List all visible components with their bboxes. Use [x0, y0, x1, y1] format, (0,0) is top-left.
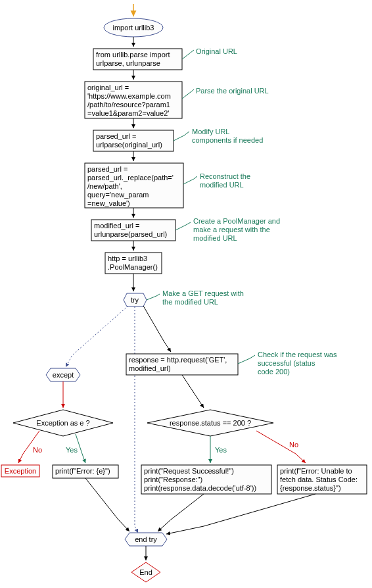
- comment-connector: [175, 222, 191, 230]
- svg-text:Exception as e ?: Exception as e ?: [36, 419, 89, 427]
- svg-text:code 200): code 200): [258, 368, 290, 376]
- svg-text:.PoolManager(): .PoolManager(): [108, 263, 158, 271]
- svg-text:print(f"Error: {e}"): print(f"Error: {e}"): [55, 467, 110, 475]
- edge: [182, 375, 204, 408]
- edge: [158, 494, 204, 531]
- svg-text:urlparse, urlunparse: urlparse, urlunparse: [96, 59, 160, 67]
- svg-text:end try: end try: [135, 535, 157, 543]
- svg-text:the modified URL: the modified URL: [162, 298, 218, 306]
- svg-text:original_url =: original_url =: [87, 84, 129, 91]
- edge-try-except: [66, 306, 128, 367]
- comment-connector: [147, 294, 160, 300]
- svg-text:Exception: Exception: [5, 467, 36, 475]
- svg-text:make a request with the: make a request with the: [193, 226, 270, 233]
- svg-text:urlunparse(parsed_url): urlunparse(parsed_url): [94, 230, 167, 238]
- svg-text:modified_url =: modified_url =: [94, 222, 139, 230]
- svg-text:except: except: [53, 371, 74, 379]
- svg-text:successful (status: successful (status: [258, 359, 315, 367]
- comment-original-url: Original URL: [196, 47, 237, 55]
- svg-text:Check if the request was: Check if the request was: [258, 351, 337, 358]
- svg-text:parsed_url =: parsed_url =: [87, 165, 128, 173]
- svg-text:Modify URL: Modify URL: [192, 128, 229, 135]
- svg-text:End: End: [139, 568, 152, 576]
- svg-text:response = http.request('GET',: response = http.request('GET',: [129, 356, 227, 364]
- svg-text:Yes: Yes: [215, 446, 227, 454]
- svg-text:print("Request Successful!"): print("Request Successful!"): [144, 467, 234, 475]
- svg-text:http = urllib3: http = urllib3: [108, 255, 147, 262]
- svg-text:modified URL: modified URL: [200, 181, 244, 189]
- svg-text:urlparse(original_url): urlparse(original_url): [96, 141, 162, 149]
- svg-text:print(f"Error: Unable to: print(f"Error: Unable to: [280, 467, 352, 475]
- svg-text:components if needed: components if needed: [192, 136, 263, 144]
- svg-text:response.status == 200 ?: response.status == 200 ?: [170, 419, 251, 427]
- svg-text:query='new_param: query='new_param: [87, 191, 149, 199]
- svg-text:/new/path',: /new/path',: [87, 182, 122, 190]
- svg-text:fetch data. Status Code:: fetch data. Status Code:: [280, 476, 358, 483]
- svg-text:parsed_url._replace(path=': parsed_url._replace(path=': [87, 174, 174, 182]
- comment-parse-url: Parse the original URL: [196, 87, 269, 95]
- svg-text:print(response.data.decode('ut: print(response.data.decode('utf-8')): [144, 484, 256, 492]
- comment-connector: [182, 50, 194, 59]
- svg-text:/path/to/resource?param1: /path/to/resource?param1: [87, 101, 170, 109]
- svg-text:Reconstruct the: Reconstruct the: [200, 172, 250, 180]
- svg-text:Make a GET request with: Make a GET request with: [162, 289, 244, 297]
- svg-text:Create a PoolManager and: Create a PoolManager and: [193, 217, 280, 225]
- label-no: No: [33, 446, 42, 454]
- comment-connector: [238, 355, 255, 364]
- svg-text:modified URL: modified URL: [193, 234, 237, 242]
- edge: [85, 478, 129, 531]
- edge: [166, 494, 315, 534]
- svg-text:modified_url): modified_url): [129, 364, 171, 372]
- svg-text:print("Response:"): print("Response:"): [144, 476, 202, 483]
- svg-text:=value1&param2=value2': =value1&param2=value2': [87, 109, 169, 117]
- svg-text:=new_value'): =new_value'): [87, 199, 130, 207]
- svg-text:No: No: [289, 441, 298, 449]
- svg-text:from urllib.parse import: from urllib.parse import: [96, 51, 170, 59]
- comment-connector: [174, 132, 189, 141]
- node-import-label: import urllib3: [113, 24, 154, 32]
- edge-try-response: [143, 306, 171, 352]
- comment-connector: [183, 176, 197, 184]
- flowchart-diagram: import urllib3 from urllib.parse import …: [0, 0, 372, 588]
- svg-text:parsed_url =: parsed_url =: [96, 132, 136, 140]
- comment-connector: [182, 89, 194, 99]
- svg-text:{response.status}"): {response.status}"): [280, 484, 341, 492]
- svg-text:'https://www.example.com: 'https://www.example.com: [87, 92, 171, 100]
- label-yes: Yes: [66, 446, 78, 454]
- edge-try-endtry: [135, 306, 138, 533]
- svg-text:try: try: [131, 296, 139, 304]
